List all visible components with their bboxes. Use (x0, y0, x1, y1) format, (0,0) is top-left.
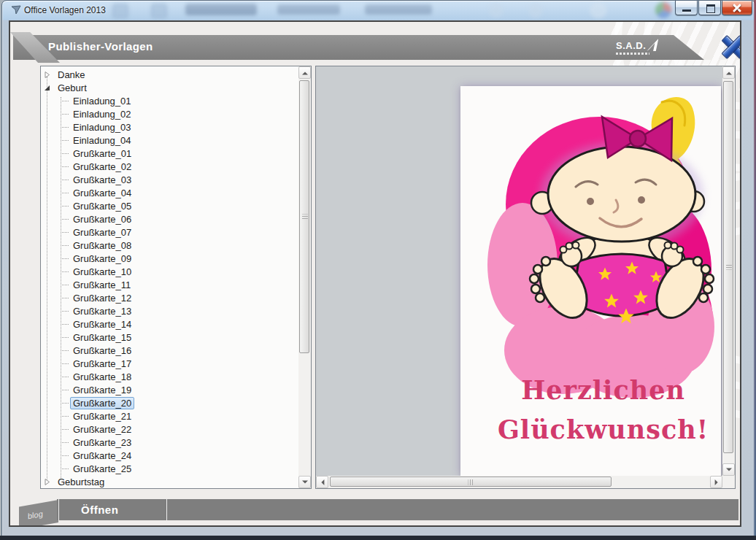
tree-item[interactable]: Grußkarte_10 (41, 265, 298, 278)
scroll-up-button[interactable] (722, 66, 735, 79)
tree-item-label[interactable]: Grußkarte_25 (70, 463, 134, 475)
tree-item-label[interactable]: Grußkarte_05 (70, 200, 134, 212)
tree-item[interactable]: Einladung_02 (41, 107, 298, 120)
greeting-text: Herzlichen Glückwunsch! (460, 371, 721, 450)
tree-item-label[interactable]: Einladung_02 (70, 108, 134, 120)
tree-item[interactable]: Grußkarte_15 (41, 331, 298, 344)
template-tree-panel: DankeGeburtEinladung_01Einladung_02Einla… (40, 66, 312, 489)
tree-item-label[interactable]: Grußkarte_13 (70, 305, 134, 317)
tree-item[interactable]: Grußkarte_18 (41, 370, 298, 383)
tree-item[interactable]: Grußkarte_12 (41, 291, 298, 304)
maximize-button[interactable] (698, 1, 721, 15)
scroll-left-button[interactable] (316, 476, 328, 488)
tree-scrollbar[interactable] (298, 66, 311, 488)
tree-item[interactable]: Grußkarte_25 (41, 462, 298, 475)
preview-hscrollbar-thumb[interactable] (330, 477, 612, 487)
tree-item[interactable]: Grußkarte_24 (41, 449, 298, 462)
tree-scrollbar-thumb[interactable] (299, 80, 309, 353)
tree-item[interactable]: Grußkarte_20 (41, 396, 298, 409)
screen-bottom-edge (0, 536, 756, 540)
close-button[interactable] (722, 1, 752, 15)
tree-item[interactable]: Danke (41, 68, 298, 81)
tree-item[interactable]: Grußkarte_11 (41, 278, 298, 291)
tree-item[interactable]: Geburtstag (41, 475, 298, 488)
scroll-down-button[interactable] (298, 476, 311, 488)
tree-item-label[interactable]: Grußkarte_08 (70, 239, 134, 252)
tree-item-label[interactable]: Grußkarte_09 (70, 252, 134, 265)
tree-item-label[interactable]: Einladung_03 (70, 121, 134, 134)
tree-item-label[interactable]: Grußkarte_15 (70, 331, 134, 344)
tree-collapsed-icon[interactable] (43, 478, 51, 486)
tree-item-label[interactable]: Grußkarte_19 (70, 384, 134, 396)
tree-item-label[interactable]: Grußkarte_10 (70, 266, 134, 278)
tree-expanded-icon[interactable] (43, 84, 51, 92)
tree-item-label[interactable]: Grußkarte_03 (70, 174, 134, 186)
tree-item[interactable]: Geburt (41, 81, 298, 94)
header-band: Publisher-Vorlagen S.A.D. (13, 35, 704, 60)
minimize-icon (682, 9, 691, 12)
tree-item[interactable]: Grußkarte_09 (41, 252, 298, 265)
tree-item[interactable]: Grußkarte_05 (41, 199, 298, 212)
scroll-right-button[interactable] (710, 476, 722, 488)
window-title: Office Vorlagen 2013 (24, 5, 106, 15)
open-button[interactable]: Öffnen (59, 499, 166, 520)
tree-item[interactable]: Grußkarte_14 (41, 317, 298, 331)
tree-item-label[interactable]: Einladung_01 (70, 95, 134, 107)
tree-item[interactable]: Grußkarte_01 (41, 147, 298, 160)
tree-item[interactable]: Einladung_03 (41, 120, 298, 134)
window-titlebar[interactable]: Office Vorlagen 2013 (1, 0, 755, 20)
tree-item[interactable]: Grußkarte_02 (41, 160, 298, 173)
tree-item-label[interactable]: Grußkarte_20 (70, 397, 134, 409)
preview-vscrollbar-thumb[interactable] (723, 81, 733, 453)
tree-item[interactable]: Grußkarte_03 (41, 173, 298, 186)
scroll-up-button[interactable] (298, 66, 311, 79)
tree-item-label[interactable]: Grußkarte_18 (70, 371, 134, 383)
tree-item-label[interactable]: Grußkarte_21 (70, 410, 134, 423)
tree-item-label[interactable]: Geburtstag (55, 476, 107, 488)
tree-item-label[interactable]: Grußkarte_16 (70, 344, 134, 357)
maximize-icon (706, 4, 715, 13)
tree-rows: DankeGeburtEinladung_01Einladung_02Einla… (41, 68, 298, 488)
tree-item-label[interactable]: Grußkarte_06 (70, 213, 134, 225)
tree-item[interactable]: Einladung_01 (41, 94, 298, 107)
tree-item-label[interactable]: Grußkarte_24 (70, 450, 134, 462)
tree-item[interactable]: Grußkarte_07 (41, 225, 298, 239)
tree-item-label[interactable]: Grußkarte_23 (70, 436, 134, 449)
preview-horizontal-scrollbar[interactable] (316, 476, 722, 488)
tree-item[interactable]: Grußkarte_21 (41, 409, 298, 423)
tree-item-label[interactable]: Grußkarte_04 (70, 187, 134, 199)
tree-item-label[interactable]: Grußkarte_17 (70, 358, 134, 370)
tree-item[interactable]: Grußkarte_04 (41, 186, 298, 199)
blog-tab[interactable]: blog (19, 500, 58, 527)
tree-item[interactable]: Grußkarte_13 (41, 304, 298, 317)
tree-item-label[interactable]: Geburt (55, 82, 90, 94)
tree-item[interactable]: Einladung_04 (41, 134, 298, 147)
tree-item-label[interactable]: Einladung_04 (70, 134, 134, 147)
preview-vertical-scrollbar[interactable] (722, 66, 735, 476)
tree-item-label[interactable]: Danke (55, 69, 88, 81)
greeting-line-1: Herzlichen (485, 371, 721, 410)
tree-item[interactable]: Grußkarte_19 (41, 383, 298, 396)
tree-item-label[interactable]: Grußkarte_12 (70, 292, 134, 304)
tree-item-label[interactable]: Grußkarte_07 (70, 226, 134, 239)
preview-pane: Herzlichen Glückwunsch! (315, 66, 736, 489)
dialog-close-button[interactable] (719, 31, 741, 59)
tree-item[interactable]: Grußkarte_16 (41, 344, 298, 357)
tree-item-label[interactable]: Grußkarte_14 (70, 318, 134, 331)
tree-item[interactable]: Grußkarte_22 (41, 423, 298, 436)
blog-label: blog (28, 509, 43, 521)
tree-item[interactable]: Grußkarte_23 (41, 436, 298, 449)
tree-item-label[interactable]: Grußkarte_02 (70, 161, 134, 173)
tree-item-label[interactable]: Grußkarte_22 (70, 423, 134, 436)
scroll-down-button[interactable] (722, 463, 735, 476)
open-button-label: Öffnen (81, 504, 118, 516)
tree-collapsed-icon[interactable] (43, 71, 51, 79)
minimize-button[interactable] (675, 1, 698, 15)
tree-item-label[interactable]: Grußkarte_01 (70, 147, 134, 160)
tree-item[interactable]: Grußkarte_17 (41, 357, 298, 370)
tree-item[interactable]: Grußkarte_06 (41, 212, 298, 225)
brand-tagline (616, 53, 649, 55)
tree-item-label[interactable]: Grußkarte_11 (70, 279, 134, 291)
tree-item[interactable]: Grußkarte_08 (41, 239, 298, 252)
app-icon (11, 5, 22, 15)
